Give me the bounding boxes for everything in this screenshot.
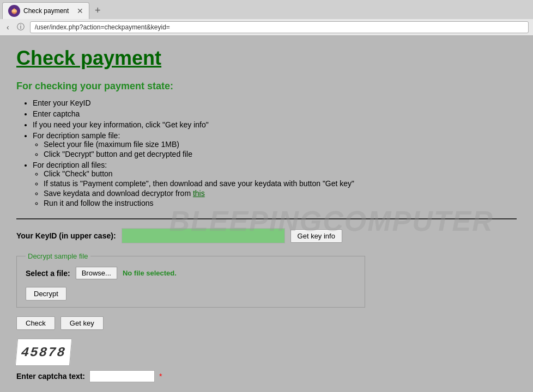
instruction-4b: Click "Decrypt" button and get decrypted…	[44, 150, 517, 158]
tor-icon: 🧅	[8, 5, 20, 17]
browser-chrome: 🧅 Check payment ✕ + ‹ ⓘ	[0, 0, 533, 36]
instruction-5a: Click "Check" button	[44, 169, 517, 178]
captcha-label: Enter captcha text:	[16, 372, 85, 381]
instruction-3: If you need your key information, click …	[33, 120, 517, 129]
nav-bar: ‹ ⓘ	[0, 19, 533, 35]
check-button[interactable]: Check	[16, 316, 55, 330]
decryptor-link[interactable]: this	[193, 189, 205, 198]
captcha-row: Enter captcha text: *	[16, 370, 517, 382]
tab-bar: 🧅 Check payment ✕ +	[0, 0, 533, 19]
instruction-5b: If status is "Payment complete", then do…	[44, 179, 517, 188]
required-indicator: *	[159, 372, 162, 381]
keyid-input[interactable]	[122, 228, 285, 243]
page-content: BLEEPINGCOMPUTER Check payment For check…	[0, 36, 533, 392]
instruction-5: For decription all files: Click "Check" …	[33, 161, 517, 207]
decrypt-sample-legend: Decrypt sample file	[26, 252, 90, 260]
instruction-2: Enter captcha	[33, 109, 517, 118]
new-tab-button[interactable]: +	[92, 4, 104, 17]
instruction-5c: Save keydata and download decryptor from…	[44, 189, 517, 198]
instructions-list: Enter your KeyID Enter captcha If you ne…	[22, 99, 517, 207]
page-subtitle: For checking your payment state:	[16, 81, 517, 92]
instruction-4: For decription sample file: Select your …	[33, 131, 517, 158]
captcha-image: 45878	[15, 339, 72, 366]
info-button[interactable]: ⓘ	[15, 21, 27, 33]
get-key-info-button[interactable]: Get key info	[290, 229, 342, 243]
tab-close-icon[interactable]: ✕	[77, 7, 83, 15]
browse-button[interactable]: Browse...	[76, 267, 117, 279]
tab-title: Check payment	[23, 7, 74, 15]
active-tab: 🧅 Check payment ✕	[2, 2, 89, 19]
instruction-5d: Run it and follow the instructions	[44, 199, 517, 207]
decrypt-button[interactable]: Decrypt	[26, 287, 66, 301]
page-title: Check payment	[16, 47, 517, 70]
section-divider	[16, 218, 517, 219]
select-file-label: Select a file:	[26, 269, 70, 278]
instruction-1: Enter your KeyID	[33, 99, 517, 107]
back-button[interactable]: ‹	[4, 22, 11, 33]
get-key-button[interactable]: Get key	[60, 316, 104, 330]
select-file-row: Select a file: Browse... No file selecte…	[26, 267, 356, 279]
action-buttons: Check Get key	[16, 316, 517, 330]
keyid-row: Your KeyID (in upper case): Get key info	[16, 228, 517, 243]
keyid-label: Your KeyID (in upper case):	[16, 231, 116, 240]
address-bar[interactable]	[30, 21, 529, 33]
no-file-selected-text: No file selected.	[123, 269, 177, 277]
decrypt-sample-section: Decrypt sample file Select a file: Brows…	[16, 252, 365, 308]
captcha-input[interactable]	[89, 370, 155, 382]
instruction-4a: Select your file (maximum file size 1MB)	[44, 140, 517, 149]
captcha-section: 45878 Enter captcha text: *	[16, 339, 517, 382]
